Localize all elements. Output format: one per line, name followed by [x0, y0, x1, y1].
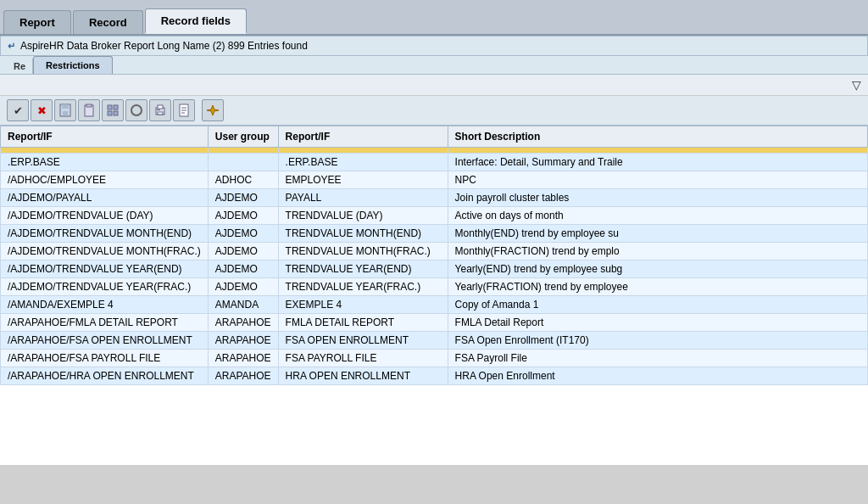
svg-rect-11: [158, 105, 163, 109]
cell-reportIF2: EXEMPLE 4: [278, 296, 448, 314]
re-label: Re: [7, 59, 33, 74]
cell-shortDesc: Copy of Amanda 1: [448, 296, 867, 314]
cell-reportIF2: HRA OPEN ENROLLMENT: [278, 367, 448, 385]
cell-reportIF: /AJDEMO/TRENDVALUE YEAR(END): [1, 260, 209, 278]
svg-rect-2: [63, 111, 68, 115]
svg-rect-1: [62, 104, 69, 109]
svg-rect-13: [157, 109, 160, 110]
confirm-button[interactable]: ✔: [7, 99, 29, 121]
table-header-row: Report/IF User group Report/IF Short Des…: [1, 126, 868, 148]
cell-reportIF: /ARAPAHOE/HRA OPEN ENROLLMENT: [1, 367, 209, 385]
col-header-report-if2[interactable]: Report/IF: [278, 126, 448, 148]
data-table: Report/IF User group Report/IF Short Des…: [0, 126, 868, 385]
cell-userGroup: AMANDA: [208, 296, 278, 314]
cell-shortDesc: Yearly(END) trend by employee subg: [448, 260, 867, 278]
tab-record-fields[interactable]: Record fields: [145, 8, 247, 34]
svg-rect-12: [158, 112, 163, 115]
restrictions-row: Re Restrictions: [0, 56, 868, 75]
circle-button[interactable]: [125, 99, 147, 121]
cell-reportIF2: FSA PAYROLL FILE: [278, 350, 448, 367]
table-row[interactable]: /AJDEMO/PAYALLAJDEMOPAYALLJoin payroll c…: [1, 189, 868, 207]
cell-userGroup: ARAPAHOE: [208, 314, 278, 332]
cell-reportIF2: TRENDVALUE MONTH(END): [278, 225, 448, 243]
cell-shortDesc: FMLA Detail Report: [448, 314, 867, 332]
cell-reportIF: .ERP.BASE: [1, 154, 209, 171]
table-row[interactable]: /ARAPAHOE/FSA OPEN ENROLLMENTARAPAHOEFSA…: [1, 332, 868, 350]
cancel-button[interactable]: ✖: [31, 99, 53, 121]
table-row[interactable]: /ADHOC/EMPLOYEEADHOCEMPLOYEENPC: [1, 171, 868, 189]
cell-reportIF2: EMPLOYEE: [278, 171, 448, 189]
grid-button[interactable]: [102, 99, 124, 121]
table-row[interactable]: /AJDEMO/TRENDVALUE (DAY)AJDEMOTRENDVALUE…: [1, 207, 868, 225]
table-row[interactable]: /AJDEMO/TRENDVALUE YEAR(END)AJDEMOTRENDV…: [1, 260, 868, 278]
cell-userGroup: AJDEMO: [208, 243, 278, 260]
cell-shortDesc: Active on days of month: [448, 207, 867, 225]
cell-userGroup: ARAPAHOE: [208, 350, 278, 367]
tab-report[interactable]: Report: [3, 10, 71, 34]
table-row[interactable]: /AJDEMO/TRENDVALUE YEAR(FRAC.)AJDEMOTREN…: [1, 278, 868, 296]
svg-point-9: [131, 105, 142, 115]
svg-rect-4: [86, 104, 92, 107]
table-row[interactable]: /AJDEMO/TRENDVALUE MONTH(FRAC.)AJDEMOTRE…: [1, 243, 868, 260]
table-row[interactable]: [1, 148, 868, 154]
cell-shortDesc: FSA Payroll File: [448, 350, 867, 367]
cell-reportIF2: .ERP.BASE: [278, 154, 448, 171]
clipboard-button[interactable]: [78, 99, 100, 121]
cell-shortDesc: NPC: [448, 171, 867, 189]
table-row[interactable]: /AJDEMO/TRENDVALUE MONTH(END)AJDEMOTREND…: [1, 225, 868, 243]
cell-userGroup: AJDEMO: [208, 225, 278, 243]
cell-userGroup: ADHOC: [208, 171, 278, 189]
tab-record[interactable]: Record: [73, 10, 143, 34]
cell-reportIF: /ARAPAHOE/FMLA DETAIL REPORT: [1, 314, 209, 332]
doc-button[interactable]: [173, 99, 195, 121]
cell-shortDesc: Join payroll cluster tables: [448, 189, 867, 207]
cell-shortDesc: Interface: Detail, Summary and Traile: [448, 154, 867, 171]
cell-reportIF2: TRENDVALUE (DAY): [278, 207, 448, 225]
cell-reportIF: /ADHOC/EMPLOYEE: [1, 171, 209, 189]
table-row[interactable]: .ERP.BASE.ERP.BASEInterface: Detail, Sum…: [1, 154, 868, 171]
title-bar: ↵ AspireHR Data Broker Report Long Name …: [0, 36, 868, 56]
pin-button[interactable]: [202, 99, 224, 121]
col-header-short-desc[interactable]: Short Description: [448, 126, 867, 148]
cell-shortDesc: Monthly(END) trend by employee su: [448, 225, 867, 243]
cell-shortDesc: [448, 148, 867, 154]
cell-userGroup: AJDEMO: [208, 278, 278, 296]
table-row[interactable]: /ARAPAHOE/HRA OPEN ENROLLMENTARAPAHOEHRA…: [1, 367, 868, 385]
cell-shortDesc: Monthly(FRACTION) trend by emplo: [448, 243, 867, 260]
cell-reportIF2: FSA OPEN ENROLLMENT: [278, 332, 448, 350]
filter-bar: ▽: [0, 75, 868, 96]
svg-rect-6: [114, 105, 118, 109]
cell-reportIF: [1, 148, 209, 154]
cell-shortDesc: Yearly(FRACTION) trend by employee: [448, 278, 867, 296]
cell-reportIF: /ARAPAHOE/FSA PAYROLL FILE: [1, 350, 209, 367]
cell-reportIF: /ARAPAHOE/FSA OPEN ENROLLMENT: [1, 332, 209, 350]
cell-reportIF: /AJDEMO/TRENDVALUE YEAR(FRAC.): [1, 278, 209, 296]
svg-rect-8: [114, 111, 118, 115]
svg-rect-7: [108, 111, 112, 115]
table-row[interactable]: /ARAPAHOE/FMLA DETAIL REPORTARAPAHOEFMLA…: [1, 314, 868, 332]
table-row[interactable]: /ARAPAHOE/FSA PAYROLL FILEARAPAHOEFSA PA…: [1, 350, 868, 367]
cell-reportIF: /AMANDA/EXEMPLE 4: [1, 296, 209, 314]
cell-userGroup: ARAPAHOE: [208, 367, 278, 385]
tab-bar: Report Record Record fields: [0, 0, 868, 36]
cell-userGroup: ARAPAHOE: [208, 332, 278, 350]
restrictions-tab[interactable]: Restrictions: [33, 56, 113, 74]
col-header-user-group[interactable]: User group: [208, 126, 278, 148]
svg-marker-18: [207, 105, 219, 115]
table-container[interactable]: Report/IF User group Report/IF Short Des…: [0, 126, 868, 465]
cell-reportIF2: FMLA DETAIL REPORT: [278, 314, 448, 332]
save-button[interactable]: [54, 99, 76, 121]
cell-reportIF: /AJDEMO/PAYALL: [1, 189, 209, 207]
col-header-report-if[interactable]: Report/IF: [1, 126, 209, 148]
title-icon: ↵: [8, 41, 15, 52]
cell-userGroup: AJDEMO: [208, 207, 278, 225]
cell-userGroup: [208, 148, 278, 154]
cell-reportIF2: TRENDVALUE YEAR(FRAC.): [278, 278, 448, 296]
table-row[interactable]: /AMANDA/EXEMPLE 4AMANDAEXEMPLE 4Copy of …: [1, 296, 868, 314]
cell-reportIF2: TRENDVALUE YEAR(END): [278, 260, 448, 278]
cell-shortDesc: HRA Open Enrollment: [448, 367, 867, 385]
toolbar: ✔ ✖: [0, 96, 868, 126]
cell-userGroup: AJDEMO: [208, 189, 278, 207]
print-button[interactable]: [149, 99, 171, 121]
cell-userGroup: AJDEMO: [208, 260, 278, 278]
